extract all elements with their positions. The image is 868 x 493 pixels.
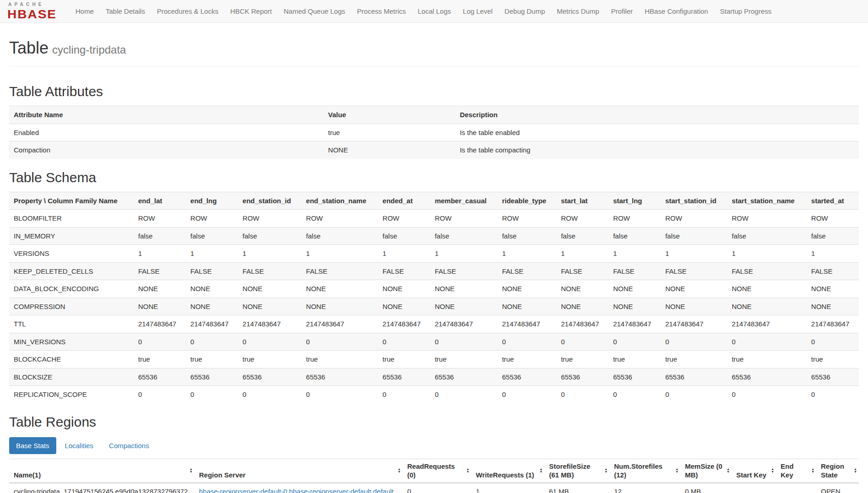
- sort-icon: ▲▼: [604, 468, 608, 473]
- schema-property-value: true: [186, 351, 238, 368]
- attributes-table: Attribute NameValueDescription Enabledtr…: [9, 106, 859, 159]
- schema-property-value: 65536: [497, 368, 556, 386]
- nav-item-hbck-report[interactable]: HBCK Report: [224, 0, 278, 22]
- schema-property-value: 0: [556, 386, 609, 403]
- region-write-requests: 1: [471, 483, 545, 493]
- schema-property-value: ROW: [186, 210, 238, 228]
- schema-property-value: FALSE: [134, 262, 186, 280]
- schema-property-value: true: [378, 351, 430, 368]
- schema-property-value: false: [609, 227, 661, 245]
- regions-col-header-writerequests-1[interactable]: WriteRequests (1)▲▼: [471, 459, 545, 483]
- schema-property-value: FALSE: [727, 262, 807, 280]
- nav-item: HBase Configuration: [639, 0, 714, 22]
- schema-property-value: 0: [609, 333, 661, 351]
- nav-item-home[interactable]: Home: [70, 0, 100, 22]
- table-row: BLOOMFILTERROWROWROWROWROWROWROWROWROWRO…: [9, 210, 859, 228]
- sort-icon: ▲▼: [811, 468, 814, 473]
- schema-family-header-start-station-id: start_station_id: [661, 192, 727, 210]
- region-name: cycling-tripdata,,1719475156245.e95d0a13…: [9, 483, 194, 493]
- table-row: BLOCKSIZE6553665536655366553665536655366…: [9, 368, 859, 386]
- schema-property-value: true: [661, 351, 727, 368]
- nav-item-profiler[interactable]: Profiler: [605, 0, 639, 22]
- regions-body: cycling-tripdata,,1719475156245.e95d0a13…: [9, 483, 859, 493]
- sort-icon: ▲▼: [675, 468, 679, 473]
- regions-col-header-name-1[interactable]: Name(1)▲▼: [9, 459, 194, 483]
- schema-property-value: false: [497, 227, 556, 245]
- schema-property-value: ROW: [727, 210, 807, 228]
- schema-property-value: 65536: [238, 368, 302, 386]
- nav-item-log-level[interactable]: Log Level: [457, 0, 499, 22]
- table-row: VERSIONS111111111111: [9, 245, 859, 263]
- regions-col-header-region-server[interactable]: Region Server▲▼: [194, 459, 403, 483]
- schema-property-value: NONE: [238, 298, 302, 315]
- schema-property-value: 0: [661, 333, 727, 351]
- schema-property-value: false: [302, 227, 378, 245]
- schema-property-value: 1: [556, 245, 609, 263]
- schema-family-header-ended-at: ended_at: [378, 192, 430, 210]
- tab-compactions[interactable]: Compactions: [102, 437, 156, 454]
- nav-item-named-queue-logs[interactable]: Named Queue Logs: [278, 0, 351, 22]
- nav-item: Process Metrics: [351, 0, 412, 22]
- region-server-cell: hbase-regionserver-default-0.hbase-regio…: [194, 483, 403, 493]
- page-title: Tablecycling-tripdata: [9, 38, 859, 58]
- region-state: OPEN: [816, 483, 859, 493]
- schema-property-value: 0: [609, 386, 661, 403]
- regions-tab: Compactions: [102, 437, 158, 454]
- schema-property-value: 1: [186, 245, 238, 263]
- regions-col-header-region-state[interactable]: Region State▲▼: [816, 459, 859, 483]
- region-storefile-size: 61 MB: [545, 483, 609, 493]
- attributes-col-header-attribute-name: Attribute Name: [9, 106, 323, 124]
- schema-property-value: 2147483647: [807, 315, 859, 333]
- schema-property-name: KEEP_DELETED_CELLS: [9, 262, 134, 280]
- schema-property-value: NONE: [807, 280, 859, 298]
- attributes-body: EnabledtrueIs the table enabledCompactio…: [9, 124, 859, 159]
- schema-property-value: 65536: [727, 368, 807, 386]
- regions-col-header-storefilesize-61-mb[interactable]: StorefileSize (61 MB)▲▼: [545, 459, 609, 483]
- nav-item: Procedures & Locks: [151, 0, 224, 22]
- schema-property-value: 0: [302, 333, 378, 351]
- regions-col-header-end-key[interactable]: End Key▲▼: [776, 459, 816, 483]
- regions-col-header-memsize-0-mb[interactable]: MemSize (0 MB)▲▼: [680, 459, 732, 483]
- schema-property-value: 0: [661, 386, 727, 403]
- schema-property-value: true: [238, 351, 302, 368]
- schema-property-value: 2147483647: [727, 315, 807, 333]
- attribute-description: Is the table compacting: [455, 141, 859, 159]
- regions-col-label: Region Server: [199, 471, 246, 479]
- tab-localities[interactable]: Localities: [58, 437, 101, 454]
- schema-property-value: 1: [378, 245, 430, 263]
- sort-icon: ▲▼: [466, 468, 469, 473]
- nav-item-local-logs[interactable]: Local Logs: [412, 0, 457, 22]
- hbase-logo[interactable]: APACHE HBASE: [7, 2, 57, 21]
- nav-item-metrics-dump[interactable]: Metrics Dump: [551, 0, 605, 22]
- nav-item-procedures-locks[interactable]: Procedures & Locks: [151, 0, 224, 22]
- nav-item-hbase-configuration[interactable]: HBase Configuration: [639, 0, 714, 22]
- regions-col-label: Start Key: [736, 471, 766, 479]
- table-row: COMPRESSIONNONENONENONENONENONENONENONEN…: [9, 298, 859, 315]
- regions-col-header-readrequests-0[interactable]: ReadRequests (0)▲▼: [403, 459, 471, 483]
- regions-col-header-start-key[interactable]: Start Key▲▼: [732, 459, 776, 483]
- tab-base-stats[interactable]: Base Stats: [9, 437, 56, 454]
- schema-property-value: ROW: [134, 210, 186, 228]
- schema-property-value: 1: [661, 245, 727, 263]
- nav-item-debug-dump[interactable]: Debug Dump: [499, 0, 551, 22]
- schema-property-value: 0: [497, 386, 556, 403]
- nav-item-process-metrics[interactable]: Process Metrics: [351, 0, 412, 22]
- schema-property-value: FALSE: [497, 262, 556, 280]
- schema-family-header-end-station-id: end_station_id: [238, 192, 302, 210]
- schema-property-value: 0: [186, 386, 238, 403]
- nav-item-startup-progress[interactable]: Startup Progress: [714, 0, 777, 22]
- regions-col-header-num-storefiles-12[interactable]: Num.Storefiles (12)▲▼: [609, 459, 680, 483]
- schema-property-value: false: [430, 227, 497, 245]
- nav-item: Home: [70, 0, 100, 22]
- region-server-link[interactable]: hbase-regionserver-default-0.hbase-regio…: [199, 488, 395, 493]
- page-content: Tablecycling-tripdata Table Attributes A…: [0, 38, 868, 493]
- schema-property-value: FALSE: [302, 262, 378, 280]
- schema-property-value: 0: [727, 333, 807, 351]
- table-row: cycling-tripdata,,1719475156245.e95d0a13…: [9, 483, 859, 493]
- sort-icon: ▲▼: [539, 468, 543, 473]
- schema-property-value: true: [609, 351, 661, 368]
- schema-property-value: 65536: [430, 368, 497, 386]
- nav-item-table-details[interactable]: Table Details: [100, 0, 151, 22]
- schema-family-header-member-casual: member_casual: [430, 192, 497, 210]
- table-regions-section: Table Regions Base StatsLocalitiesCompac…: [9, 414, 859, 493]
